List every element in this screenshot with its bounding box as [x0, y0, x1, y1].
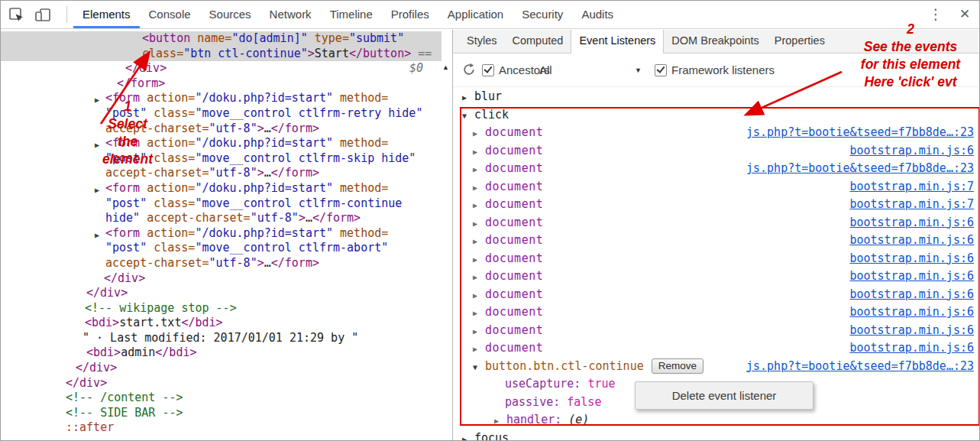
listener-handler-row[interactable]: bootstrap.min.js:6▶document [453, 303, 978, 322]
expand-arrow-icon[interactable]: ▶ [473, 232, 485, 251]
source-link[interactable]: bootstrap.min.js:6 [849, 250, 974, 268]
dom-tree-line[interactable]: ::after [1, 420, 441, 436]
expand-arrow-icon[interactable]: ▶ [473, 251, 485, 269]
listener-target[interactable]: document [485, 161, 543, 175]
listener-handler-row[interactable]: bootstrap.min.js:7▶document [453, 196, 978, 214]
source-link[interactable]: bootstrap.min.js:6 [849, 232, 974, 250]
listener-handler-row[interactable]: bootstrap.min.js:6▶document [453, 232, 978, 250]
dom-tree-line[interactable]: <bdi>admin</bdi> [1, 345, 441, 361]
expand-arrow-icon[interactable]: ▶ [473, 196, 485, 215]
expand-arrow-icon[interactable]: ▶ [494, 412, 506, 430]
listener-target[interactable]: document [485, 180, 543, 193]
dom-tree-line[interactable]: ▶<form action="/doku.php?id=start" metho… [1, 181, 441, 196]
expand-arrow-icon[interactable]: ▶ [473, 125, 485, 143]
ancestors-checkbox[interactable] [482, 64, 494, 76]
source-link[interactable]: bootstrap.min.js:7 [849, 196, 974, 214]
expand-arrow-icon[interactable]: ▶ [473, 304, 485, 323]
expand-arrow-icon[interactable]: ▶ [473, 143, 485, 161]
collapse-arrow-icon[interactable]: ▼ [462, 107, 474, 125]
listener-handler-row[interactable]: bootstrap.min.js:6▶document [453, 286, 978, 304]
listener-handler-row[interactable]: js.php?t=bootie&tseed=f7bb8de…:23▼button… [453, 358, 978, 376]
listener-target[interactable]: document [485, 233, 543, 247]
listener-target[interactable]: document [485, 251, 543, 265]
dom-tree-line[interactable]: </div> [1, 376, 441, 391]
dom-tree-line[interactable]: accept-charset="utf-8">…</form> [1, 256, 441, 271]
listener-handler-row[interactable]: bootstrap.min.js:6▶document [453, 268, 978, 286]
source-link[interactable]: bootstrap.min.js:6 [849, 303, 974, 322]
expand-arrow-icon[interactable]: ▶ [473, 287, 485, 305]
dom-tree-line[interactable]: <!-- SIDE BAR --> [1, 406, 441, 421]
listener-target[interactable]: document [485, 197, 543, 211]
listener-scope-select[interactable]: All [539, 63, 552, 76]
dom-tree-line[interactable]: "post" class="move__control ctlfrm-abort… [1, 241, 441, 256]
tab-elements[interactable]: Elements [73, 1, 140, 28]
dom-tree-line[interactable]: <button name="do[admin]" type="submit" [1, 31, 441, 47]
collapse-arrow-icon[interactable]: ▼ [473, 358, 485, 377]
tab-network[interactable]: Network [260, 1, 321, 28]
dom-tree-line[interactable]: ▶<form action="/doku.php?id=start" metho… [1, 226, 441, 242]
tab-audits[interactable]: Audits [572, 1, 623, 28]
tab-application[interactable]: Application [438, 1, 513, 28]
dom-tree-line[interactable]: "post" class="move__control ctlfrm-retry… [1, 106, 441, 122]
listener-target[interactable]: document [485, 269, 543, 283]
expand-arrow-icon[interactable]: ▶ [462, 89, 474, 107]
dom-tree-line[interactable]: " · Last modified: 2017/01/01 21:29 by " [1, 331, 441, 346]
source-link[interactable]: js.php?t=bootie&tseed=f7bb8de…:23 [746, 160, 974, 178]
chevron-down-icon[interactable]: ▼ [635, 66, 642, 74]
tab-profiles[interactable]: Profiles [382, 1, 438, 28]
dom-tree-line[interactable]: </form> [1, 76, 441, 92]
source-link[interactable]: bootstrap.min.js:7 [849, 178, 974, 196]
inspect-element-icon[interactable] [8, 7, 27, 24]
dom-tree-line[interactable]: <bdi>start.txt</bdi> [1, 316, 441, 331]
listener-handler-row[interactable]: bootstrap.min.js:6▶document [453, 322, 978, 340]
listener-event-row-click[interactable]: ▼click [453, 106, 978, 125]
listener-target[interactable]: document [485, 323, 543, 337]
expand-arrow-icon[interactable]: ▶ [473, 268, 485, 287]
source-link[interactable]: js.php?t=bootie&tseed=f7bb8de…:23 [746, 358, 974, 376]
expand-arrow-icon[interactable]: ▶ [473, 179, 485, 197]
framework-listeners-checkbox[interactable] [655, 64, 667, 76]
listener-handler-row[interactable]: bootstrap.min.js:6▶document [453, 339, 978, 358]
sidebar-tab-event-listeners[interactable]: Event Listeners [571, 30, 664, 54]
dom-tree-line[interactable]: <!-- wikipage stop --> [1, 301, 441, 316]
tab-security[interactable]: Security [513, 1, 572, 28]
dom-tree-line[interactable]: "post" class="move__control ctlfrm-conti… [1, 196, 441, 212]
tab-timeline[interactable]: Timeline [321, 1, 382, 28]
source-link[interactable]: bootstrap.min.js:6 [849, 142, 974, 161]
listener-handler-row[interactable]: js.php?t=bootie&tseed=f7bb8de…:23▶docume… [453, 124, 978, 142]
listener-target[interactable]: document [485, 305, 543, 319]
expand-arrow-icon[interactable]: ▶ [462, 430, 474, 441]
listener-target[interactable]: button.btn.ctl-continue [485, 359, 644, 373]
listener-handler-fn-row[interactable]: ▶handler: (e) [453, 411, 978, 430]
source-link[interactable]: bootstrap.min.js:6 [849, 268, 974, 286]
dom-tree-line[interactable]: accept-charset="utf-8">…</form> [1, 166, 441, 181]
tab-console[interactable]: Console [140, 1, 200, 28]
expand-arrow-icon[interactable]: ▶ [473, 161, 485, 179]
dom-tree-line[interactable]: class="btn ctl-continue">Start</button> … [1, 47, 441, 62]
listener-handler-row[interactable]: bootstrap.min.js:6▶document [453, 142, 978, 161]
listener-target[interactable]: document [485, 144, 543, 157]
more-options-icon[interactable]: ⋮ [927, 4, 945, 25]
gutter-ellipsis-icon[interactable]: … [5, 60, 17, 73]
source-link[interactable]: bootstrap.min.js:6 [849, 339, 974, 358]
listener-event-row-blur[interactable]: ▶blur [453, 88, 978, 106]
listener-event-row-focus[interactable]: ▶focus [453, 430, 978, 441]
expand-arrow-icon[interactable]: ▶ [473, 340, 485, 358]
sidebar-tab-properties[interactable]: Properties [767, 30, 833, 53]
dom-tree-line[interactable]: accept-charset="utf-8">…</form> [1, 122, 441, 137]
dom-tree-line[interactable]: hide" accept-charset="utf-8">…</form> [1, 211, 441, 226]
listener-target[interactable]: document [485, 287, 543, 301]
close-icon[interactable]: ✕ [955, 4, 975, 25]
listener-handler-row[interactable]: bootstrap.min.js:6▶document [453, 250, 978, 268]
dom-tree-line[interactable]: </div> [1, 361, 441, 376]
listener-handler-row[interactable]: js.php?t=bootie&tseed=f7bb8de…:23▶docume… [453, 160, 978, 178]
dom-tree-line[interactable]: ▶<form action="/doku.php?id=start" metho… [1, 91, 441, 106]
dom-tree-line[interactable]: ▶<form action="/doku.php?id=start" metho… [1, 136, 441, 151]
dom-tree-line[interactable]: </div> [1, 286, 441, 301]
dom-tree-line[interactable]: </div>$0 [1, 61, 441, 76]
listener-target[interactable]: document [485, 341, 543, 355]
expand-arrow-icon[interactable]: ▶ [473, 215, 485, 233]
remove-listener-button[interactable]: Remove [652, 358, 703, 374]
listener-handler-row[interactable]: bootstrap.min.js:7▶document [453, 178, 978, 196]
sidebar-tab-computed[interactable]: Computed [505, 30, 571, 53]
